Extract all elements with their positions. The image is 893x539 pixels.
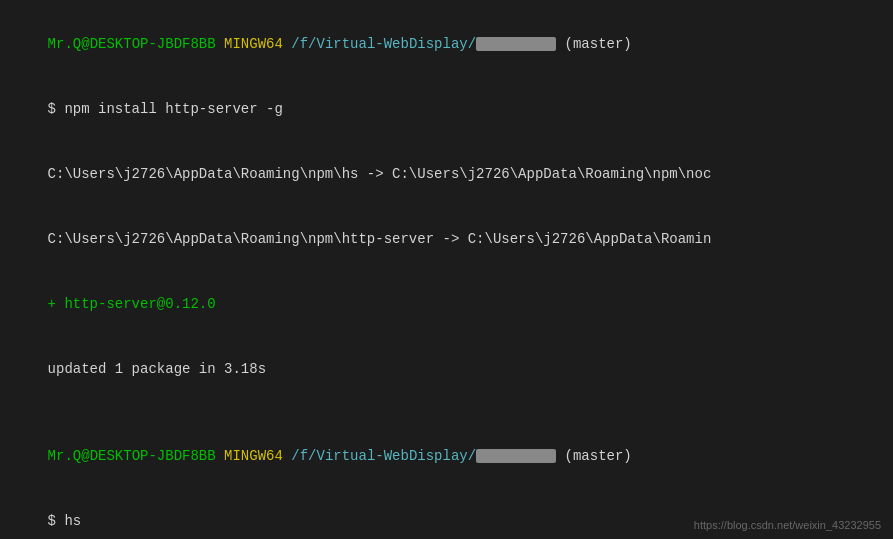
output-text-4: updated 1 package in 3.18s — [48, 361, 266, 377]
command-text-2: $ hs — [48, 513, 82, 529]
prompt-host-1: DESKTOP-JBDF8BB — [90, 36, 216, 52]
output-line-1: C:\Users\j2726\AppData\Roaming\npm\hs ->… — [14, 142, 879, 207]
prompt-path-1: /f/Virtual-WebDisplay/ — [291, 36, 476, 52]
output-line-4: updated 1 package in 3.18s — [14, 337, 879, 402]
output-line-2: C:\Users\j2726\AppData\Roaming\npm\http-… — [14, 207, 879, 272]
terminal-window: Mr.Q@DESKTOP-JBDF8BB MINGW64 /f/Virtual-… — [0, 0, 893, 539]
prompt-branch-2: (master) — [565, 448, 632, 464]
prompt-branch-1: (master) — [565, 36, 632, 52]
prompt-shell-1: MINGW64 — [224, 36, 283, 52]
prompt-host-2: DESKTOP-JBDF8BB — [90, 448, 216, 464]
output-text-1: C:\Users\j2726\AppData\Roaming\npm\hs ->… — [48, 166, 712, 182]
prompt-line-1: Mr.Q@DESKTOP-JBDF8BB MINGW64 /f/Virtual-… — [14, 12, 879, 77]
empty-line-1 — [14, 402, 879, 424]
watermark: https://blog.csdn.net/weixin_43232955 — [694, 519, 881, 531]
prompt-path-2: /f/Virtual-WebDisplay/ — [291, 448, 476, 464]
prompt-user-1: Mr.Q — [48, 36, 82, 52]
prompt-user-2: Mr.Q — [48, 448, 82, 464]
blurred-path-1 — [476, 37, 556, 51]
output-line-3: + http-server@0.12.0 — [14, 272, 879, 337]
prompt-shell-2: MINGW64 — [224, 448, 283, 464]
prompt-line-2: Mr.Q@DESKTOP-JBDF8BB MINGW64 /f/Virtual-… — [14, 424, 879, 489]
command-line-2: $ hs — [14, 489, 879, 539]
blurred-path-2 — [476, 449, 556, 463]
command-text-1: $ npm install http-server -g — [48, 101, 283, 117]
command-line-1: $ npm install http-server -g — [14, 77, 879, 142]
output-text-3: + http-server@0.12.0 — [48, 296, 216, 312]
output-text-2: C:\Users\j2726\AppData\Roaming\npm\http-… — [48, 231, 712, 247]
